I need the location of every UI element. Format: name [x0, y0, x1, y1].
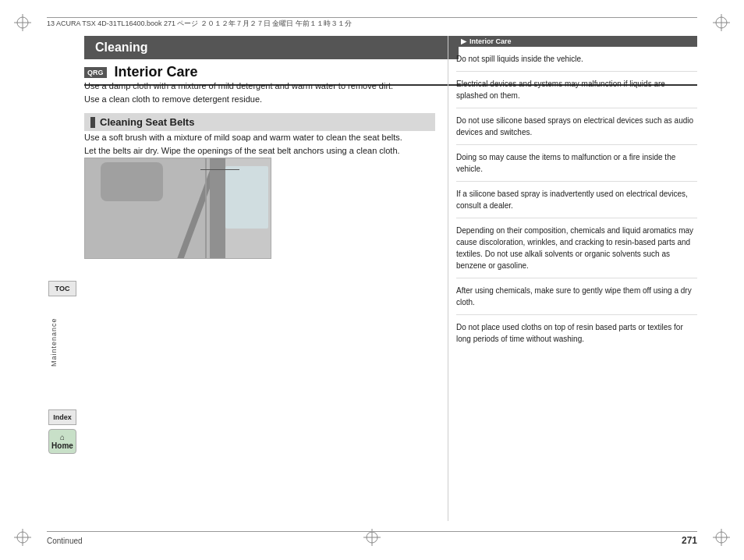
- image-container: Opening: [84, 158, 271, 263]
- right-panel-header: ▶ Interior Care: [456, 36, 697, 47]
- subsection-title: Cleaning Seat Belts: [100, 116, 194, 128]
- subsection-bar-icon: [90, 117, 95, 128]
- qrg-badge: QRG: [84, 67, 107, 78]
- corner-mark-br: [713, 529, 730, 546]
- right-item-2: Do not use silicone based sprays on elec…: [456, 115, 697, 145]
- right-item-3: Doing so may cause the items to malfunct…: [456, 151, 697, 182]
- seat-belt-svg: [85, 158, 271, 259]
- corner-mark-bl: [14, 529, 31, 546]
- svg-rect-22: [225, 166, 268, 229]
- home-icon: ⌂: [60, 433, 65, 441]
- section-header-block: Cleaning: [84, 36, 459, 59]
- section-header: Cleaning: [84, 36, 459, 59]
- intro-block: Use a damp cloth with a mixture of mild …: [84, 80, 435, 115]
- corner-mark-tr: [713, 14, 730, 31]
- maintenance-label: Maintenance: [50, 304, 58, 367]
- right-item-1: Electrical devices and systems may malfu…: [456, 78, 697, 108]
- top-bar: 13 ACURA TSX 4D-31TL16400.book 271 ページ ２…: [47, 17, 697, 28]
- index-button[interactable]: Index: [48, 409, 76, 425]
- right-item-5: Depending on their composition, chemical…: [456, 225, 697, 278]
- continued-text: Continued: [47, 537, 83, 545]
- right-item-7: Do not place used cloths on top of resin…: [456, 321, 697, 351]
- index-button-container: Index: [48, 409, 76, 425]
- right-item-4: If a silicone based spray is inadvertent…: [456, 188, 697, 218]
- svg-rect-21: [210, 158, 225, 259]
- page-number: 271: [682, 535, 697, 546]
- right-item-6: After using chemicals, make sure to gent…: [456, 285, 697, 315]
- home-button[interactable]: ⌂ Home: [48, 429, 76, 454]
- svg-rect-17: [101, 162, 163, 201]
- top-bar-text: 13 ACURA TSX 4D-31TL16400.book 271 ページ ２…: [47, 19, 352, 29]
- toc-button[interactable]: TOC: [48, 281, 76, 296]
- right-panel-header-text: Interior Care: [469, 37, 512, 45]
- corner-mark-tl: [14, 14, 31, 31]
- bottom-bar: Continued 271: [47, 531, 697, 546]
- home-button-container: ⌂ Home: [48, 429, 76, 454]
- right-panel-items: Do not spill liquids inside the vehicle.…: [456, 53, 697, 351]
- nav-buttons: TOC: [48, 281, 76, 296]
- right-panel: ▶ Interior Care Do not spill liquids ins…: [448, 36, 697, 521]
- seat-belt-image: Opening: [84, 158, 271, 259]
- page-title: Interior Care: [115, 64, 198, 80]
- intro-text-1: Use a damp cloth with a mixture of mild …: [84, 80, 435, 105]
- subsection-header: Cleaning Seat Belts: [84, 113, 435, 131]
- opening-line: [200, 169, 239, 170]
- right-panel-header-arrow: ▶: [461, 37, 466, 45]
- subsection-text: Use a soft brush with a mixture of mild …: [84, 131, 435, 157]
- right-item-0: Do not spill liquids inside the vehicle.: [456, 53, 697, 72]
- home-label: Home: [51, 441, 73, 450]
